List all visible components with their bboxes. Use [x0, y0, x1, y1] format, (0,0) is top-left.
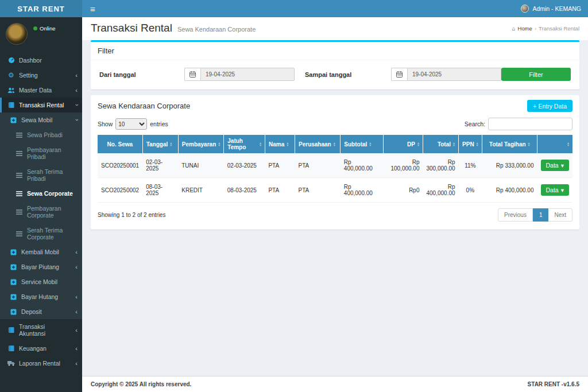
filter-box: Filter Dari tanggal Sampai tanggal Filte… [91, 40, 579, 90]
table-header-row: No. Sewa Tanggal▴▾ Pembayaran▴▾ Jatuh Te… [98, 135, 572, 153]
list-icon [16, 172, 23, 178]
sort-icon: ▴▾ [369, 142, 371, 147]
footer: Copyright © 2025 All rights reserved. ST… [82, 376, 588, 392]
sidebar-item-keuangan[interactable]: Keuangan ‹ [0, 341, 82, 356]
sidebar-item-sewa-corporate[interactable]: Sewa Corporate [0, 186, 82, 201]
sidebar-item-deposit[interactable]: Deposit ‹ [0, 304, 82, 319]
list-icon [16, 230, 23, 237]
cell-perusahaan: PTA [295, 178, 341, 203]
cell-jatuh-tempo: 02-03-2025 [224, 153, 265, 178]
sidebar-toggle-icon[interactable]: ≡ [82, 0, 103, 17]
col-jatuh-tempo[interactable]: Jatuh Tempo▴▾ [224, 135, 265, 153]
copyright-text: Copyright © 2025 All rights reserved. [91, 381, 191, 387]
cell-total: Rp 400,000.00 [423, 178, 458, 203]
search-label: Search: [465, 121, 485, 127]
sidebar-item-sewa-mobil[interactable]: Sewa Mobil ‹ [0, 112, 82, 127]
chevron-left-icon: ‹ [75, 294, 78, 299]
cell-pembayaran: TUNAI [178, 153, 224, 178]
sidebar-item-serah-terima-corporate[interactable]: Serah Terima Corporate [0, 223, 82, 244]
sort-icon: ▴▾ [567, 142, 569, 147]
sidebar-item-label: Transaksi Akuntansi [19, 323, 71, 337]
entry-data-button[interactable]: + Entry Data [527, 100, 572, 112]
col-tanggal[interactable]: Tanggal▴▾ [142, 135, 178, 153]
breadcrumb-current: Transaksi Rental [539, 25, 579, 32]
user-menu[interactable]: Admin - KEMANG [514, 5, 588, 13]
page-heading: Transaksi Rental Sewa Kendaraan Corporat… [91, 22, 256, 34]
sidebar-item-serah-terima-pribadi[interactable]: Serah Terima Pribadi [0, 164, 82, 186]
filter-button[interactable]: Filter [501, 68, 571, 81]
to-date-input[interactable] [407, 68, 501, 81]
col-subtotal[interactable]: Subtotal▴▾ [341, 135, 383, 153]
book-icon [7, 102, 15, 108]
show-label: Show [98, 121, 113, 127]
sidebar-item-transaksi-rental[interactable]: Transaksi Rental ‹ [0, 98, 82, 112]
data-dropdown-button[interactable]: Data▾ [541, 184, 569, 196]
sidebar-item-bayar-hutang[interactable]: Bayar Hutang ‹ [0, 289, 82, 304]
online-label: Online [40, 25, 55, 32]
user-avatar [521, 5, 529, 13]
filter-form: Dari tanggal Sampai tanggal Filter [91, 60, 579, 90]
sidebar-item-pembayaran-corporate[interactable]: Pembayaran Corporate [0, 201, 82, 223]
show-entries: Show 10 entries [98, 118, 168, 130]
sort-icon: ▴▾ [218, 142, 220, 147]
sidebar-item-laporan-rental[interactable]: Laporan Rental ‹ [0, 356, 82, 371]
plus-square-icon [10, 308, 17, 315]
sidebar-item-label: Sewa Pribadi [27, 131, 63, 138]
sidebar-item-dashbor[interactable]: Dashbor [0, 53, 82, 68]
col-perusahaan[interactable]: Perusahaan▴▾ [295, 135, 341, 153]
cell-nama: PTA [265, 153, 295, 178]
sidebar-item-label: Dashbor [19, 57, 42, 64]
cell-tanggal: 02-03-2025 [142, 153, 178, 178]
cell-subtotal: Rp 400,000.00 [341, 153, 383, 178]
chevron-left-icon: ‹ [75, 361, 78, 366]
sidebar-item-service-mobil[interactable]: Service Mobil [0, 274, 82, 289]
list-icon [16, 131, 23, 138]
cell-dp: Rp0 [383, 178, 423, 203]
from-date-input[interactable] [200, 68, 295, 81]
plus-square-icon [10, 293, 17, 300]
col-dp[interactable]: DP▴▾ [383, 135, 423, 153]
pagination-next[interactable]: Next [548, 208, 572, 222]
table-row: SCO20250002 08-03-2025 KREDIT 08-03-2025… [98, 178, 572, 203]
truck-icon [7, 360, 15, 367]
book-icon [7, 345, 15, 352]
treeview-transaksi-rental: Sewa Mobil ‹ Sewa Pribadi Pembayaran Pri… [0, 112, 82, 319]
users-icon [7, 87, 15, 94]
data-dropdown-button[interactable]: Data▾ [541, 160, 569, 171]
sidebar-item-bayar-piutang[interactable]: Bayar Piutang ‹ [0, 259, 82, 274]
rental-table: No. Sewa Tanggal▴▾ Pembayaran▴▾ Jatuh Te… [98, 135, 572, 203]
pagination-page-1[interactable]: 1 [533, 208, 549, 222]
cell-total: Rp 300,000.00 [423, 153, 458, 178]
col-actions[interactable]: ▴▾ [537, 135, 572, 153]
user-name: Admin - KEMANG [532, 5, 581, 12]
search-input[interactable] [488, 118, 572, 130]
version-text: STAR RENT -v1.6.5 [528, 381, 579, 387]
pagination-previous[interactable]: Previous [498, 208, 533, 222]
col-nama[interactable]: Nama▴▾ [265, 135, 295, 153]
col-no-sewa[interactable]: No. Sewa [98, 135, 142, 153]
sidebar-item-label: Service Mobil [21, 278, 57, 285]
sidebar-item-label: Sewa Corporate [27, 190, 73, 197]
sidebar-item-kembali-mobil[interactable]: Kembali Mobil ‹ [0, 244, 82, 259]
brand-logo[interactable]: STAR RENT [0, 0, 82, 17]
cell-no-sewa: SCO20250002 [98, 178, 142, 203]
sidebar-item-master-data[interactable]: Master Data ‹ [0, 83, 82, 98]
caret-down-icon: ▾ [561, 187, 564, 193]
cell-ppn: 0% [459, 178, 482, 203]
show-entries-select[interactable]: 10 [115, 118, 147, 130]
plus-square-icon [10, 278, 17, 285]
sort-icon: ▴▾ [453, 142, 455, 147]
cell-ppn: 11% [459, 153, 482, 178]
col-pembayaran[interactable]: Pembayaran▴▾ [178, 135, 224, 153]
sidebar-item-pembayaran-pribadi[interactable]: Pembayaran Pribadi [0, 142, 82, 164]
sidebar-item-setting[interactable]: ⚙ Setting ‹ [0, 68, 82, 83]
cell-dp: Rp 100,000.00 [383, 153, 423, 178]
col-total[interactable]: Total▴▾ [423, 135, 458, 153]
breadcrumb-home-link[interactable]: Home [518, 25, 532, 32]
col-total-tagihan[interactable]: Total Tagihan▴▾ [482, 135, 537, 153]
sidebar-item-sewa-pribadi[interactable]: Sewa Pribadi [0, 127, 82, 142]
sidebar-item-transaksi-akuntansi[interactable]: Transaksi Akuntansi ‹ [0, 319, 82, 341]
table-box-header: Sewa Kendaraan Corporate + Entry Data [91, 95, 579, 115]
sidebar-item-label: Master Data [19, 87, 52, 94]
col-ppn[interactable]: PPN▴▾ [459, 135, 482, 153]
